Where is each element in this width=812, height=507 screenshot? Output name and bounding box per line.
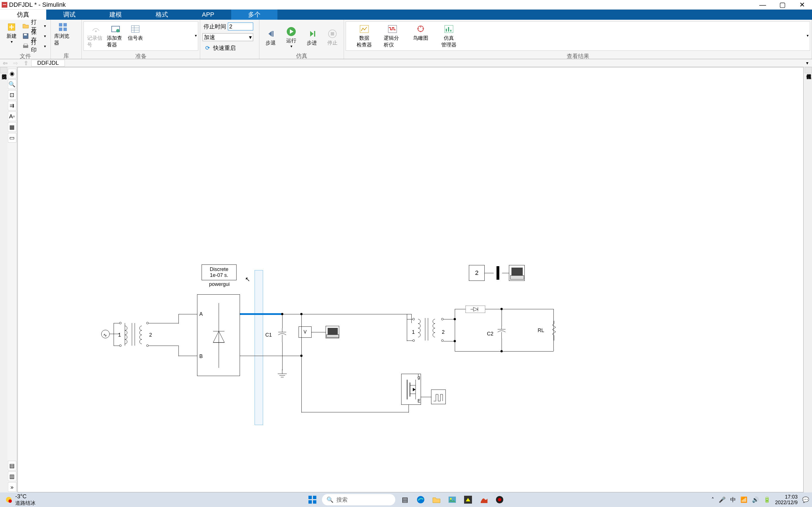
c2-block[interactable] — [497, 326, 507, 339]
stoptime-input[interactable] — [228, 22, 253, 31]
breadcrumb[interactable]: DDFJDL — [31, 60, 65, 66]
taskbar-search[interactable]: 🔍搜索 — [322, 494, 395, 505]
rl-block[interactable] — [551, 321, 557, 341]
tray-overflow-button[interactable]: ˄ — [711, 496, 714, 503]
c1-block[interactable] — [277, 328, 287, 342]
tray-wifi-icon[interactable]: 📶 — [741, 496, 748, 503]
tray-clock[interactable]: 17:03 2022/12/9 — [775, 494, 798, 505]
log-signal-button: 记录信号 — [86, 23, 106, 49]
svg-rect-43 — [327, 328, 338, 335]
powergui-block[interactable]: Discrete 1e-07 s. — [202, 265, 237, 280]
voltmeter-block[interactable]: V — [299, 327, 312, 338]
results-expand-button[interactable]: ▾ — [807, 33, 809, 38]
scope2-block[interactable] — [509, 265, 525, 281]
app4-button[interactable] — [462, 494, 474, 506]
minimize-button[interactable]: — — [753, 0, 772, 10]
maximize-button[interactable]: ▢ — [772, 0, 792, 10]
selected-wire[interactable] — [240, 313, 282, 315]
tray-volume-icon[interactable]: 🔊 — [752, 496, 759, 503]
data-inspector-button[interactable]: 数据 检查器 — [354, 23, 374, 49]
tray-mic-icon[interactable]: 🎤 — [719, 496, 726, 503]
close-button[interactable]: ✕ — [792, 0, 812, 10]
fit-button[interactable]: ⊡ — [8, 90, 16, 100]
stop-button: 停止 — [323, 27, 342, 47]
svg-rect-8 — [24, 44, 28, 46]
transformer1-block[interactable] — [119, 320, 150, 348]
library-browser-button[interactable]: 库浏览器 — [53, 21, 73, 47]
property-inspector-tab[interactable]: 属性检查器 — [805, 67, 812, 73]
step-back-button[interactable]: 步退 — [262, 27, 280, 47]
svg-rect-61 — [308, 496, 312, 499]
ac-source-block[interactable]: ∿ — [101, 330, 110, 338]
add-viewer-button[interactable]: 添加查看器 — [106, 23, 125, 49]
stoptime-label: 停止时间 — [204, 23, 226, 31]
powergui-label: powergui — [207, 281, 232, 287]
nav-up-button[interactable]: ⇧ — [21, 60, 31, 66]
model-prop-button[interactable]: ▥ — [8, 471, 16, 481]
step-forward-button[interactable]: 步进 — [303, 27, 321, 47]
rectifier-block[interactable] — [197, 294, 240, 376]
manager-icon — [444, 24, 454, 34]
fast-restart-button[interactable]: ⟳快速重启 — [202, 43, 254, 53]
svg-rect-16 — [132, 25, 139, 33]
logic-icon — [388, 24, 398, 34]
birdseye-button[interactable]: 鸟瞰图 — [411, 23, 430, 43]
zoom-button[interactable]: 🔍 — [8, 79, 16, 89]
taskview-button[interactable]: ▤ — [399, 494, 411, 506]
logic-analyzer-button[interactable]: 逻辑分析仪 — [383, 23, 402, 49]
viewmark-button[interactable]: ▤ — [8, 461, 16, 470]
tab-more[interactable]: 多个 — [231, 10, 277, 20]
start-button[interactable] — [306, 494, 319, 506]
tray-ime[interactable]: 中 — [730, 496, 736, 504]
tab-model[interactable]: 建模 — [93, 10, 139, 20]
sample-time-button[interactable]: ⇉ — [8, 101, 16, 110]
explorer-button[interactable] — [430, 494, 443, 506]
more-button[interactable]: » — [8, 482, 16, 492]
svg-rect-10 — [63, 23, 67, 26]
group-results-label: 查看结果 — [344, 52, 812, 59]
tray-notifications-icon[interactable]: 💬 — [802, 496, 809, 503]
area-button[interactable]: ▭ — [8, 133, 16, 143]
app-icon — [2, 2, 7, 8]
sim-mode-select[interactable]: 加速▾ — [202, 33, 253, 41]
model-browser-tab[interactable]: 模型浏览器 — [0, 67, 7, 73]
ground-block[interactable] — [277, 369, 287, 381]
tab-debug[interactable]: 调试 — [46, 10, 93, 20]
edge-button[interactable] — [414, 494, 427, 506]
canvas-palette: ◉ 🔍 ⊡ ⇉ A▫ ▦ ▭ ▤ ▥ » — [7, 67, 17, 492]
canvas[interactable]: Discrete 1e-07 s. powergui ↖ ∿ 1 2 A B — [17, 67, 804, 492]
signal-table-button[interactable]: 信号表 — [125, 23, 145, 43]
sim-mode-value: 加速 — [204, 34, 215, 41]
scope1-block[interactable] — [326, 326, 339, 338]
constant-block[interactable]: 2 — [469, 265, 485, 281]
photos-button[interactable] — [446, 494, 458, 506]
image-button[interactable]: ▦ — [8, 122, 16, 132]
diode-block[interactable] — [465, 305, 485, 313]
transformer2-block[interactable] — [412, 316, 444, 344]
prepare-expand-button[interactable]: ▾ — [195, 33, 197, 38]
sim-manager-button[interactable]: 仿真 管理器 — [439, 23, 459, 49]
new-button[interactable]: 新建 ▾ — [2, 21, 21, 45]
tab-app[interactable]: APP — [185, 10, 231, 20]
nav-fwd-button[interactable]: ⇨ — [10, 60, 21, 66]
svg-rect-63 — [308, 500, 312, 504]
tab-format[interactable]: 格式 — [139, 10, 185, 20]
svg-rect-57 — [511, 268, 523, 276]
weather-widget[interactable]: -3°C 道路结冰 — [0, 493, 40, 506]
restart-icon: ⟳ — [204, 44, 211, 52]
pulse-gen-block[interactable] — [431, 390, 446, 404]
hide-show-button[interactable]: ◉ — [8, 69, 16, 78]
matlab-button[interactable] — [477, 494, 490, 506]
app6-button[interactable] — [493, 494, 506, 506]
run-button[interactable]: 运行▾ — [282, 25, 301, 50]
nav-back-button[interactable]: ⇦ — [0, 60, 10, 66]
play-icon — [286, 26, 296, 37]
weather-temp: -3°C — [15, 493, 36, 500]
path-expand-button[interactable]: ▼ — [802, 61, 812, 65]
tray-battery-icon[interactable]: 🔋 — [763, 496, 770, 503]
print-button[interactable]: 打印▾ — [21, 41, 48, 51]
svg-rect-1 — [3, 4, 6, 5]
mux-block[interactable] — [494, 266, 502, 280]
svg-rect-12 — [63, 27, 67, 31]
annotation-button[interactable]: A▫ — [8, 112, 16, 121]
